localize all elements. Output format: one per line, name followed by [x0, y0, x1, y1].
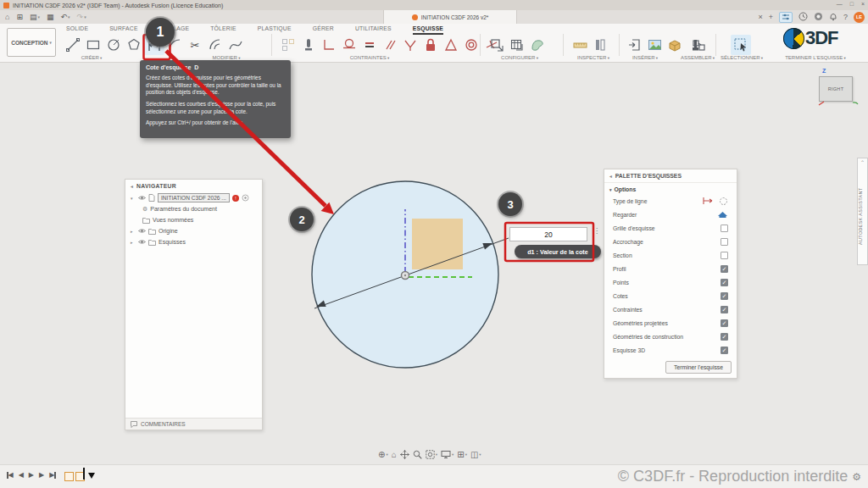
trim-tool-icon[interactable]: ✂	[185, 35, 205, 55]
viewports-icon[interactable]: ◫▾	[470, 451, 481, 459]
measure-tool-icon[interactable]	[570, 35, 590, 55]
chevron-down-icon[interactable]: ▾	[131, 196, 136, 201]
pan-icon[interactable]	[400, 450, 409, 459]
chevron-right-icon[interactable]: ▸	[131, 229, 136, 234]
section-analysis-icon[interactable]	[590, 35, 610, 55]
group-label-contraintes[interactable]: CONTRAINTES	[337, 55, 402, 60]
sketch-pattern-icon[interactable]	[278, 35, 298, 55]
configuration-table-icon[interactable]	[507, 35, 527, 55]
new-tab-icon[interactable]: +	[769, 13, 773, 21]
file-menu-icon[interactable]: ▤▾	[30, 13, 40, 21]
construction-linetype-icon[interactable]	[719, 197, 728, 206]
group-label-terminer-esquisse[interactable]: TERMINER L'ESQUISSE	[773, 55, 858, 60]
zoom-icon[interactable]	[413, 450, 422, 459]
eye-icon[interactable]	[138, 195, 146, 201]
redo-icon[interactable]: ↷▾	[77, 13, 86, 21]
browser-item-vues[interactable]: Vues nommées	[125, 214, 262, 225]
dimension-linetype-icon[interactable]	[702, 197, 714, 205]
look-at-icon[interactable]	[717, 210, 728, 219]
rectangle-tool-icon[interactable]	[83, 35, 103, 55]
fix-constraint-icon[interactable]	[420, 35, 441, 55]
insert-derive-icon[interactable]	[624, 35, 644, 55]
comments-bar[interactable]: COMMENTAIRES	[125, 418, 262, 430]
browser-item-origine[interactable]: ▸ Origine	[125, 225, 262, 236]
select-tool-icon[interactable]	[731, 35, 751, 55]
group-label-configurer[interactable]: CONFIGURER	[490, 55, 549, 60]
symmetry-constraint-icon[interactable]	[441, 35, 461, 55]
group-label-inserer[interactable]: INSÉRER	[615, 55, 675, 60]
browser-item-parametres[interactable]: ⚙ Paramètres du document	[125, 203, 262, 214]
tab-tolerie[interactable]: TÔLERIE	[210, 25, 236, 35]
browser-root-row[interactable]: ▾ INITIATION C3DF 2026 ... !	[125, 192, 262, 203]
timeline-marker[interactable]	[83, 468, 85, 480]
theme-icon[interactable]	[527, 35, 548, 55]
play-icon[interactable]: ▶	[29, 471, 34, 479]
grille-checkbox[interactable]	[721, 225, 728, 232]
cotes-checkbox[interactable]: ✓	[721, 292, 728, 300]
chevron-down-icon[interactable]: ▾	[609, 187, 612, 192]
configure-feature-icon[interactable]	[487, 35, 507, 55]
line-tool-icon[interactable]	[63, 35, 83, 55]
browser-item-esquisses[interactable]: ▸ Esquisses	[125, 236, 262, 247]
skip-to-start-icon[interactable]: ◀	[7, 471, 14, 479]
chevron-right-icon[interactable]: ▸	[131, 240, 136, 245]
orbit-icon[interactable]: ⊕▾	[378, 451, 388, 459]
accrochage-checkbox[interactable]	[721, 238, 728, 246]
concentric-constraint-icon[interactable]	[461, 35, 481, 55]
minimize-icon[interactable]: —	[837, 1, 843, 7]
section-checkbox[interactable]	[721, 252, 728, 259]
perpendicular-constraint-icon[interactable]	[400, 35, 420, 55]
offset-tool-icon[interactable]	[205, 35, 225, 55]
circle-tool-icon[interactable]	[103, 35, 124, 55]
joint-tool-icon[interactable]	[688, 35, 709, 55]
bell-icon[interactable]	[829, 9, 837, 25]
dimension-options-icon[interactable]: ⋮	[593, 227, 600, 235]
workspace-selector[interactable]: CONCEPTION ▾	[7, 28, 56, 57]
skip-to-end-icon[interactable]: ▶	[49, 471, 56, 479]
notification-center-icon[interactable]	[814, 9, 823, 25]
collapse-panel-icon[interactable]: ◂	[609, 174, 612, 179]
polygon-tool-icon[interactable]	[124, 35, 144, 55]
points-checkbox[interactable]: ✓	[721, 279, 728, 286]
activate-component-icon[interactable]	[242, 194, 249, 202]
timeline-marker-head[interactable]	[88, 473, 95, 479]
spline-tool-icon[interactable]	[225, 35, 246, 55]
profil-checkbox[interactable]: ✓	[721, 265, 728, 273]
tab-surface[interactable]: SURFACE	[109, 25, 138, 35]
help-icon[interactable]: ?	[843, 13, 848, 21]
tab-solide[interactable]: SOLIDE	[66, 25, 88, 35]
parallel-constraint-icon[interactable]	[380, 35, 400, 55]
coincident-constraint-icon[interactable]	[319, 35, 339, 55]
step-forward-icon[interactable]: ▶	[39, 471, 44, 479]
esquisse-3d-checkbox[interactable]: ✓	[721, 347, 728, 354]
geom-projetees-checkbox[interactable]: ✓	[721, 319, 728, 327]
grid-snap-icon[interactable]: ⊞▾	[457, 451, 467, 459]
finish-sketch-button[interactable]: Terminer l'esquisse	[665, 361, 732, 374]
equal-constraint-icon[interactable]	[359, 35, 380, 55]
contraintes-checkbox[interactable]: ✓	[721, 306, 728, 313]
dimension-value-input[interactable]	[509, 227, 587, 241]
tab-esquisse[interactable]: ESQUISSE	[413, 25, 443, 35]
gear-icon[interactable]: ⚙	[852, 471, 861, 483]
eye-icon[interactable]	[138, 228, 146, 234]
undo-icon[interactable]: ↶▾	[61, 13, 70, 21]
group-label-creer[interactable]: CRÉER	[68, 55, 115, 60]
job-status-icon[interactable]	[798, 9, 808, 25]
tab-gerer[interactable]: GÉRER	[313, 25, 334, 35]
look-at-icon[interactable]: ⌂	[392, 451, 397, 459]
grid-display-icon[interactable]: ⊞	[16, 13, 23, 21]
step-back-icon[interactable]: ◀	[19, 471, 24, 479]
close-icon[interactable]: ×	[861, 1, 865, 7]
timeline-sketch-feature[interactable]	[64, 472, 74, 481]
active-document-tab[interactable]: INITIATION C3DF 2026 v2*	[383, 10, 517, 24]
extensions-icon[interactable]	[779, 12, 793, 23]
insert-image-icon[interactable]	[644, 35, 665, 55]
close-tab-icon[interactable]: ×	[758, 13, 762, 21]
maximize-icon[interactable]: □	[850, 1, 854, 7]
insert-mesh-icon[interactable]	[665, 35, 685, 55]
eye-icon[interactable]	[138, 239, 146, 245]
display-settings-icon[interactable]: ▾	[441, 450, 453, 459]
save-icon[interactable]: ▦	[47, 13, 54, 21]
data-panel-icon[interactable]: ⌂	[5, 13, 9, 21]
tab-utilitaires[interactable]: UTILITAIRES	[355, 25, 392, 35]
